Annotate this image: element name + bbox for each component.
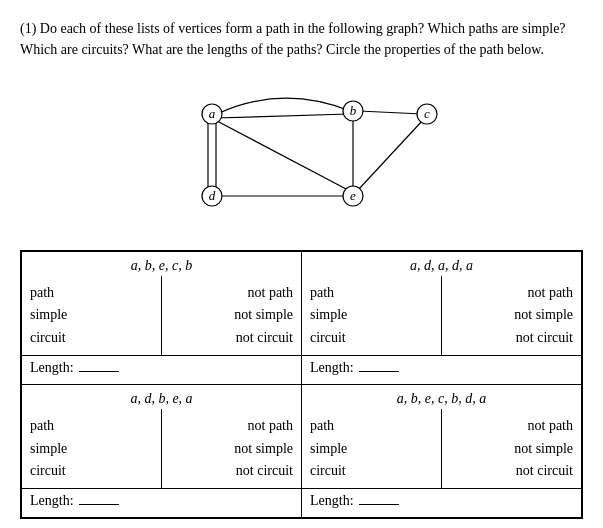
props-row-1: path simple circuit not path not simple … — [22, 276, 582, 356]
svg-line-7 — [358, 120, 423, 190]
right-props-3: not path not simple not circuit — [162, 409, 302, 489]
svg-text:c: c — [424, 106, 430, 121]
svg-line-6 — [217, 121, 348, 190]
svg-text:b: b — [349, 103, 356, 118]
seq1-header: a, b, e, c, b — [22, 252, 302, 277]
left-props-2: path simple circuit — [302, 276, 442, 356]
seq4-header: a, b, e, c, b, d, a — [302, 385, 582, 410]
seq2-header: a, d, a, d, a — [302, 252, 582, 277]
seq3-header: a, d, b, e, a — [22, 385, 302, 410]
question-text: (1) Do each of these lists of vertices f… — [20, 18, 583, 60]
svg-line-1 — [359, 111, 422, 114]
header-row-2: a, d, b, e, a a, b, e, c, b, d, a — [22, 385, 582, 410]
left-props-3: path simple circuit — [22, 409, 162, 489]
header-row-1: a, b, e, c, b a, d, a, d, a — [22, 252, 582, 277]
svg-text:e: e — [350, 188, 356, 203]
length-cell-3: Length: — [22, 489, 302, 518]
length-cell-4: Length: — [302, 489, 582, 518]
length-row-2: Length: Length: — [22, 489, 582, 518]
properties-table: a, b, e, c, b a, d, a, d, a path simple … — [20, 250, 583, 519]
length-cell-1: Length: — [22, 356, 302, 385]
left-props-1: path simple circuit — [22, 276, 162, 356]
left-props-4: path simple circuit — [302, 409, 442, 489]
right-props-4: not path not simple not circuit — [442, 409, 582, 489]
props-row-2: path simple circuit not path not simple … — [22, 409, 582, 489]
graph-area: a b c d e — [20, 74, 583, 234]
svg-text:a: a — [208, 106, 215, 121]
length-row-1: Length: Length: — [22, 356, 582, 385]
length-cell-2: Length: — [302, 356, 582, 385]
right-props-1: not path not simple not circuit — [162, 276, 302, 356]
svg-text:d: d — [208, 188, 215, 203]
right-props-2: not path not simple not circuit — [442, 276, 582, 356]
svg-line-0 — [215, 114, 349, 118]
